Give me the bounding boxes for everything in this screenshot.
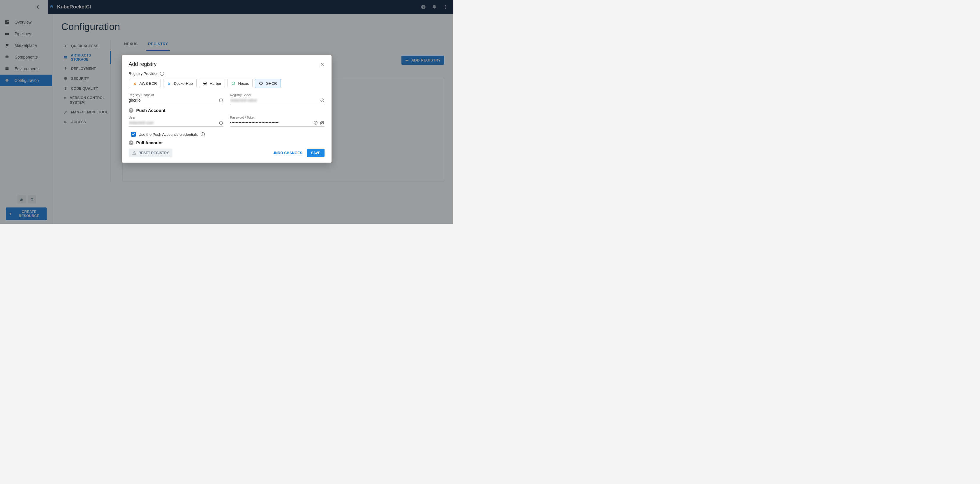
field-user: User i bbox=[129, 116, 223, 127]
undo-changes-link[interactable]: UNDO CHANGES bbox=[272, 151, 302, 155]
svg-text:i: i bbox=[315, 121, 316, 124]
space-label: Registry Space bbox=[230, 93, 325, 97]
reset-registry-button[interactable]: RESET REGISTRY bbox=[129, 149, 172, 158]
pull-account-section: ? Pull Account bbox=[129, 140, 325, 145]
info-icon[interactable]: i bbox=[201, 132, 205, 136]
provider-ghcr[interactable]: GHCR bbox=[255, 79, 280, 88]
svg-rect-24 bbox=[169, 83, 169, 84]
field-endpoint: Registry Endpoint i bbox=[129, 93, 223, 104]
docker-icon bbox=[167, 81, 172, 86]
provider-nexus[interactable]: Nexus bbox=[227, 79, 253, 88]
svg-rect-25 bbox=[169, 83, 170, 84]
password-label: Password / Token bbox=[230, 116, 325, 119]
help-icon[interactable]: ? bbox=[129, 140, 134, 145]
close-button[interactable] bbox=[320, 62, 325, 67]
field-space: Registry Space i bbox=[230, 93, 325, 104]
push-account-section: ? Push Account bbox=[129, 108, 325, 113]
provider-aws-ecr[interactable]: AWS ECR bbox=[129, 79, 161, 88]
use-push-creds-row[interactable]: Use the Push Account's credentials i bbox=[131, 132, 325, 137]
info-icon[interactable]: i bbox=[320, 98, 325, 103]
svg-text:i: i bbox=[221, 99, 221, 102]
eye-off-icon[interactable] bbox=[320, 120, 325, 125]
help-icon[interactable]: ? bbox=[129, 108, 134, 113]
svg-rect-23 bbox=[168, 83, 169, 84]
svg-text:i: i bbox=[322, 99, 323, 102]
user-input[interactable] bbox=[129, 120, 217, 126]
endpoint-input[interactable] bbox=[129, 97, 217, 103]
checkbox-checked-icon bbox=[131, 132, 136, 137]
harbor-icon bbox=[203, 81, 207, 86]
provider-label: Registry Provider bbox=[129, 72, 158, 76]
info-icon[interactable]: i bbox=[313, 121, 318, 125]
provider-dockerhub[interactable]: DockerHub bbox=[163, 79, 197, 88]
save-button[interactable]: SAVE bbox=[307, 149, 325, 157]
svg-text:i: i bbox=[221, 121, 221, 124]
provider-label-row: Registry Provider i bbox=[129, 72, 325, 76]
warning-icon bbox=[132, 151, 136, 155]
provider-pills: AWS ECR DockerHub Harbor Nexus GHCR bbox=[129, 79, 325, 88]
github-icon bbox=[259, 81, 263, 86]
svg-rect-26 bbox=[169, 83, 169, 83]
nexus-icon bbox=[231, 81, 235, 86]
aws-icon bbox=[132, 81, 137, 86]
password-input[interactable] bbox=[230, 120, 312, 126]
provider-harbor[interactable]: Harbor bbox=[199, 79, 225, 88]
user-label: User bbox=[129, 116, 223, 119]
add-registry-modal: Add registry Registry Provider i AWS ECR… bbox=[122, 56, 331, 162]
info-icon[interactable]: i bbox=[160, 72, 164, 76]
modal-title: Add registry bbox=[129, 61, 157, 67]
endpoint-label: Registry Endpoint bbox=[129, 93, 223, 97]
info-icon[interactable]: i bbox=[219, 98, 223, 103]
space-input[interactable] bbox=[230, 97, 318, 103]
info-icon[interactable]: i bbox=[219, 121, 223, 125]
field-password: Password / Token i bbox=[230, 116, 325, 127]
close-icon bbox=[320, 62, 325, 67]
use-push-label: Use the Push Account's credentials bbox=[138, 132, 198, 137]
